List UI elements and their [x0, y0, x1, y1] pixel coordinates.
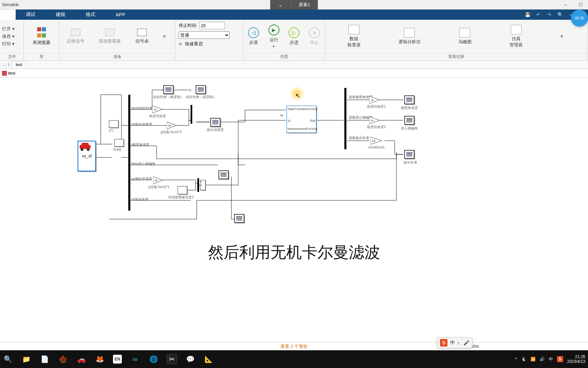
logic-analyzer-button[interactable]: 逻辑分析仪 — [398, 28, 421, 45]
search-icon[interactable]: 🔍 — [556, 11, 564, 19]
ime-punct-icon[interactable]: •, — [458, 340, 461, 346]
save-icon[interactable]: 💾 — [523, 11, 532, 19]
gain-rad2deg3[interactable]: -K- — [369, 117, 379, 124]
fast-restart-button[interactable]: 快速重启 — [185, 41, 203, 47]
sogou-tray-icon[interactable]: S — [557, 356, 563, 362]
car-app-icon[interactable]: 🚗 — [76, 354, 86, 364]
acorn-icon[interactable]: 🌰 — [58, 354, 68, 364]
step-back-button[interactable]: ◁| 步退 — [248, 27, 259, 46]
nav-back-icon[interactable]: ◁ — [3, 62, 6, 67]
demux-bar-left[interactable] — [128, 95, 130, 211]
label-g2ms2-1: g转换为m/s^1 — [148, 185, 169, 189]
display-r-rad[interactable] — [114, 139, 124, 147]
step-forward-button[interactable]: |▷ 步进 — [289, 27, 299, 46]
scope-beta[interactable] — [404, 116, 414, 125]
ime-toolbar[interactable]: S 中 •, 🎤 — [437, 337, 472, 348]
tab-modeling[interactable]: 建模 — [46, 10, 76, 20]
volume-icon[interactable]: 🔊 — [540, 357, 545, 362]
search-icon[interactable]: 🔍 — [3, 354, 13, 364]
model-canvas[interactable]: vs_sf r(°) r(rad) derta前轮转角 ax纵向加速度 r横摆角… — [0, 78, 588, 270]
run-button[interactable]: ▶ 运行▾ — [268, 25, 279, 48]
log-signal-button[interactable]: 记录信号 — [67, 29, 84, 44]
minimize-button[interactable]: ─ — [558, 0, 573, 10]
svg-text:10: 10 — [154, 179, 158, 182]
vehicle-model-block[interactable]: vs_sf — [78, 141, 96, 171]
label-vx-post: 后验纵向车速 — [349, 136, 369, 140]
scope-yaw[interactable] — [404, 95, 414, 104]
gain-ms2kmh[interactable]: 3.6 — [370, 137, 382, 144]
network-icon[interactable]: 📶 — [530, 357, 536, 362]
sum-block[interactable]: ++ — [200, 180, 206, 190]
scope-bottom[interactable] — [234, 214, 244, 223]
taskbar-clock[interactable]: 21:26 2023/4/13 — [567, 354, 585, 364]
stop-time-input[interactable] — [199, 22, 225, 29]
matlab-icon[interactable]: 📐 — [203, 354, 214, 364]
gain-rad2deg1[interactable]: -K- — [369, 96, 379, 104]
ime-lang[interactable]: 中 — [450, 340, 455, 346]
simulation-mode-select[interactable]: 普通 — [179, 31, 230, 39]
gain-g2ms2[interactable]: 10 — [167, 122, 176, 129]
noise-block[interactable] — [178, 186, 187, 194]
birdseye-icon — [459, 28, 470, 37]
document-tab[interactable]: test — [12, 61, 26, 68]
tray-up-icon[interactable]: ^ — [515, 357, 517, 362]
stop-button[interactable]: ■ 停止 — [309, 27, 320, 46]
group-label-library: 库 — [24, 53, 59, 60]
fast-restart-icon[interactable]: ⟳ — [179, 42, 182, 47]
label-scope-ax: 纵向加速度 — [207, 127, 224, 132]
open-button[interactable]: 打开 ▾ — [2, 26, 15, 32]
library-icon[interactable] — [37, 27, 46, 31]
screen-selector[interactable]: ⌄ 屏幕1 — [270, 0, 318, 10]
scope-front-rad[interactable] — [196, 85, 206, 94]
ime-mic-icon[interactable]: 🎤 — [463, 340, 469, 346]
tab-format[interactable]: 格式 — [76, 10, 105, 20]
maximize-button[interactable]: ☐ — [573, 0, 588, 10]
gain-deg2rad[interactable]: -K- — [152, 106, 162, 113]
sim-manager-button[interactable]: 仿真 管理器 — [509, 25, 523, 48]
new-file-icon[interactable]: 📄 — [39, 354, 50, 364]
screen-label: 屏幕1 — [291, 2, 318, 8]
cloud-app-icon[interactable]: ∞ — [130, 354, 140, 364]
save-button[interactable]: 保存 ▾ — [2, 33, 15, 40]
library-browser-button[interactable]: 库浏览器 — [33, 40, 50, 46]
endnote-icon[interactable]: EN — [113, 355, 122, 364]
label-scope-front-deg: 前轮转角（角度制） — [153, 95, 184, 99]
tab-app[interactable]: APP — [105, 10, 135, 20]
tab-simulate[interactable] — [0, 10, 16, 20]
breadcrumb-model[interactable]: test — [8, 71, 15, 76]
mux-bar-2[interactable] — [197, 178, 199, 192]
warnings-link[interactable]: 查看 2 个警告 — [280, 343, 307, 350]
birdseye-button[interactable]: 鸟瞰图 — [458, 28, 472, 45]
label-ms2kmh: m/s转km/h — [368, 145, 385, 150]
mux-bar[interactable] — [191, 105, 192, 124]
scope-ax[interactable] — [210, 118, 220, 127]
add-viewer-button[interactable]: 添加查看器 — [99, 29, 121, 44]
kalman-filter-block[interactable]: StateTransitionFcnInp ay y1 MeasurementF… — [287, 106, 316, 133]
scope-ay[interactable] — [218, 170, 229, 179]
nav-up-icon[interactable]: ⬆ — [7, 62, 11, 67]
signal-table-button[interactable]: 信号表 — [135, 29, 149, 44]
step-back-icon: ◁| — [248, 27, 259, 38]
display-r-deg[interactable] — [109, 120, 118, 128]
data-inspector-button[interactable]: 数据 检查器 — [347, 25, 361, 48]
ime-indicator[interactable]: 中 — [549, 356, 553, 362]
group-label-file: 文件 — [0, 53, 23, 60]
expand-arrow-icon[interactable]: ▾ — [560, 33, 565, 40]
wechat-icon[interactable]: 💬 — [185, 354, 195, 364]
scope-front-deg[interactable] — [163, 85, 174, 94]
expand-arrow-icon[interactable]: ▾ — [163, 33, 168, 40]
edge-icon[interactable]: 🌐 — [148, 354, 159, 364]
ribbon: 打开 ▾ 保存 ▾ 打印 ▾ 文件 库浏览器 库 记录信号 添加查看器 — [0, 20, 588, 61]
firefox-icon[interactable]: 🦊 — [95, 354, 105, 364]
demux-bar-right[interactable] — [344, 88, 346, 149]
file-explorer-icon[interactable]: 📁 — [21, 354, 31, 364]
tab-debug[interactable]: 调试 — [16, 10, 46, 20]
gain-g2ms2-1[interactable]: 10 — [153, 177, 163, 184]
kalman-y1-port: y1 — [288, 119, 291, 122]
scope-vx[interactable] — [404, 150, 414, 159]
print-button[interactable]: 打印 ▾ — [2, 41, 15, 47]
tray-app-icon[interactable]: 🐧 — [521, 357, 526, 362]
capcut-icon[interactable]: ✂ — [167, 354, 177, 364]
undo-icon[interactable]: ↶ — [534, 11, 542, 19]
redo-icon[interactable]: ↷ — [545, 11, 553, 19]
